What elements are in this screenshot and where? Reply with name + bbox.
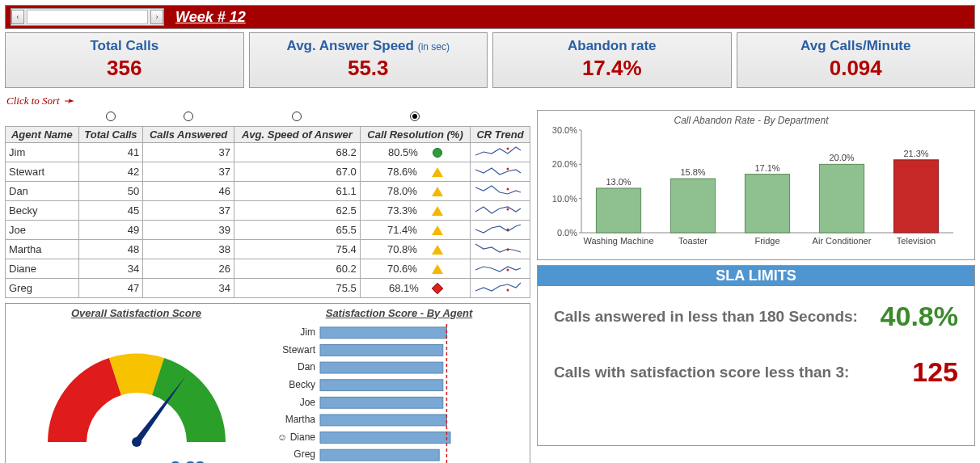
cell-agent: Jim xyxy=(6,142,79,162)
bar xyxy=(320,415,446,426)
gauge-title: Overall Satisfaction Score xyxy=(9,307,264,319)
table-row: Martha483875.470.8% xyxy=(6,239,530,259)
indicator-warn-icon xyxy=(432,206,443,216)
indicator-warn-icon xyxy=(432,187,443,196)
svg-text:Joe: Joe xyxy=(300,396,316,407)
table-row: Diane342660.270.6% xyxy=(6,259,530,278)
kpi-title: Total Calls xyxy=(6,38,243,54)
sparkline-icon xyxy=(474,163,522,178)
kpi-value: 17.4% xyxy=(493,56,731,81)
bar xyxy=(596,188,640,233)
spinner-down-button[interactable]: ‹ xyxy=(11,10,24,24)
spinner-value[interactable] xyxy=(27,10,148,24)
bar xyxy=(320,431,450,443)
cell-answered: 34 xyxy=(143,278,234,297)
cell-agent: Becky xyxy=(6,200,79,220)
kpi-title: Avg. Answer Speed (in sec) xyxy=(250,38,488,54)
th-total: Total Calls xyxy=(78,126,142,142)
sparkline-icon xyxy=(474,144,522,158)
cell-speed: 67.0 xyxy=(234,162,360,181)
gauge-zone-green xyxy=(152,358,226,442)
satisfaction-panel: Overall Satisfaction Score Satisfaction … xyxy=(5,303,530,464)
bar xyxy=(320,379,443,390)
cell-answered: 26 xyxy=(143,259,234,278)
satisfaction-score-row: Satisfaction Score: 3.33 xyxy=(9,457,264,464)
svg-text:Greg: Greg xyxy=(294,448,315,460)
svg-text:Becky: Becky xyxy=(289,378,315,389)
table-row: Becky453762.573.3% xyxy=(6,200,530,220)
sort-radio-answered[interactable] xyxy=(184,112,193,121)
kpi-row: Total Calls 356 Avg. Answer Speed (in se… xyxy=(5,32,975,88)
cell-agent: Greg xyxy=(6,278,79,297)
cell-speed: 62.5 xyxy=(234,200,360,220)
svg-text:10.0%: 10.0% xyxy=(552,194,577,204)
satisfaction-by-agent-title: Satisfaction Score - By Agent xyxy=(272,307,526,319)
cell-agent: Dan xyxy=(6,181,79,200)
svg-text:21.3%: 21.3% xyxy=(903,149,928,158)
svg-text:Stewart: Stewart xyxy=(282,343,315,355)
svg-text:Call Abandon Rate - By Departm: Call Abandon Rate - By Department xyxy=(674,115,830,126)
kpi-subtitle: (in sec) xyxy=(418,41,450,53)
arrow-right-icon: ➛ xyxy=(63,93,74,108)
cell-trend xyxy=(471,142,530,162)
sparkline-icon xyxy=(474,202,522,217)
kpi-title: Abandon rate xyxy=(493,38,731,54)
indicator-bad-icon xyxy=(432,283,443,294)
cell-resolution: 73.3% xyxy=(360,200,470,220)
table-row: Greg473475.568.1% xyxy=(6,278,530,297)
cell-agent: Stewart xyxy=(6,162,79,181)
gauge-needle-base xyxy=(132,437,142,447)
svg-text:Jim: Jim xyxy=(300,326,315,338)
cell-total: 45 xyxy=(78,200,142,220)
th-trend: CR Trend xyxy=(471,126,530,142)
spinner-up-button[interactable]: › xyxy=(150,10,163,24)
cell-speed: 65.5 xyxy=(234,220,360,239)
svg-text:☺ Diane: ☺ Diane xyxy=(277,431,315,442)
sparkline-icon xyxy=(474,183,522,197)
svg-point-6 xyxy=(507,268,509,271)
table-row: Jim413768.280.5% xyxy=(6,142,530,162)
cell-resolution: 78.6% xyxy=(360,162,470,181)
bar xyxy=(893,160,938,233)
header-bar: ‹ › Week # 12 xyxy=(5,5,975,29)
sla-row-answered: Calls answered in less than 180 Seconds:… xyxy=(554,301,958,332)
cell-total: 34 xyxy=(78,259,142,278)
svg-text:20.0%: 20.0% xyxy=(552,159,577,169)
indicator-warn-icon xyxy=(432,264,443,274)
th-agent: Agent Name xyxy=(6,126,79,142)
kpi-total-calls: Total Calls 356 xyxy=(5,32,244,88)
svg-point-3 xyxy=(507,208,509,210)
abandon-rate-chart-box: Call Abandon Rate - By Department0.0%10.… xyxy=(537,110,975,260)
svg-text:30.0%: 30.0% xyxy=(552,125,577,135)
cell-answered: 46 xyxy=(143,181,234,200)
gauge-zone-red xyxy=(48,358,121,442)
sla-value-green: 40.8% xyxy=(881,301,958,332)
cell-trend xyxy=(471,181,530,200)
th-speed: Avg. Speed of Answer xyxy=(234,126,360,142)
indicator-warn-icon xyxy=(432,245,443,255)
kpi-title-text: Avg. Answer Speed xyxy=(286,38,413,53)
kpi-value: 356 xyxy=(6,56,243,81)
cell-trend xyxy=(471,220,530,239)
cell-agent: Martha xyxy=(6,239,79,259)
sort-radio-speed[interactable] xyxy=(292,112,302,121)
cell-speed: 61.1 xyxy=(234,181,360,200)
svg-point-2 xyxy=(507,187,509,190)
cell-agent: Joe xyxy=(6,220,79,239)
cell-total: 47 xyxy=(78,278,142,297)
indicator-warn-icon xyxy=(432,225,443,235)
svg-text:17.1%: 17.1% xyxy=(754,163,779,173)
satisfaction-by-agent-chart: JimStewartDanBeckyJoeMartha☺ DianeGreg01… xyxy=(272,322,514,464)
week-spinner[interactable]: ‹ › xyxy=(11,8,164,26)
sort-radio-total[interactable] xyxy=(106,112,116,121)
cell-answered: 37 xyxy=(143,142,234,162)
cell-trend xyxy=(471,162,530,181)
svg-text:Washing Machine: Washing Machine xyxy=(583,236,653,246)
cell-answered: 38 xyxy=(143,239,234,259)
sla-text: Calls answered in less than 180 Seconds: xyxy=(554,308,881,326)
sort-radio-resolution[interactable] xyxy=(410,112,420,121)
bar xyxy=(745,175,789,233)
bar xyxy=(320,326,446,338)
cell-speed: 60.2 xyxy=(234,259,360,278)
table-row: Dan504661.178.0% xyxy=(6,181,530,200)
